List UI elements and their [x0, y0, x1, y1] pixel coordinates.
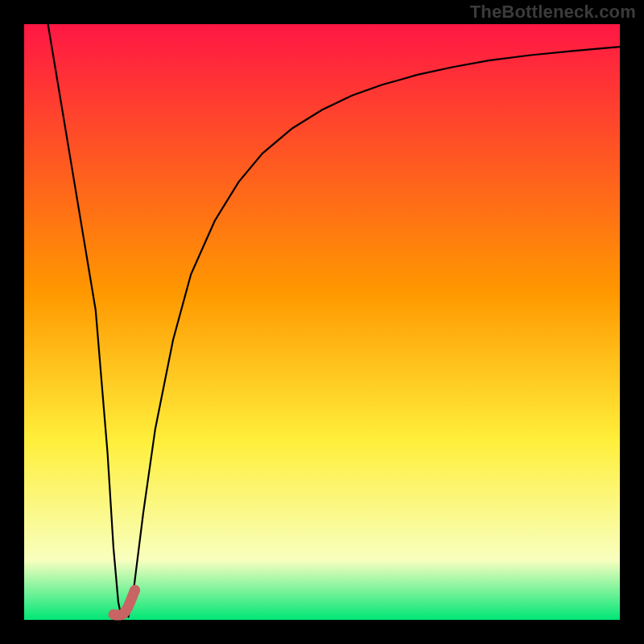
bottleneck-chart — [0, 0, 644, 644]
chart-stage: TheBottleneck.com — [0, 0, 644, 644]
plot-area — [24, 24, 620, 620]
watermark-text: TheBottleneck.com — [470, 2, 636, 23]
